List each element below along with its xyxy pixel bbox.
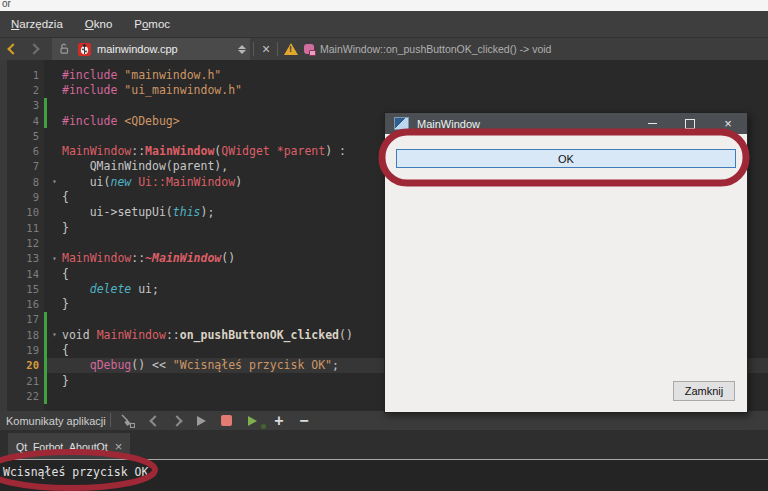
warnings-indicator[interactable] [283, 38, 299, 60]
line-number[interactable]: 6 [7, 145, 44, 157]
minimize-button[interactable] [637, 113, 667, 134]
document-dropdown-button[interactable] [236, 38, 248, 60]
line-number[interactable]: 2 [7, 84, 44, 96]
line-number[interactable]: 7 [7, 160, 44, 172]
menu-item-window[interactable]: Okno [74, 11, 124, 37]
code-token: QMainWindow(parent), [62, 159, 228, 173]
line-number[interactable]: 9 [7, 191, 44, 203]
line-number[interactable]: 13 [7, 252, 44, 264]
code-text: } [62, 297, 69, 311]
line-number[interactable]: 10 [7, 206, 44, 218]
line-number[interactable]: 5 [7, 130, 44, 142]
file-type-bug-icon [77, 38, 91, 60]
mainwindow-dialog: MainWindow × OK Zamknij [384, 112, 748, 413]
code-token: () [339, 328, 353, 342]
code-token: #include [62, 114, 117, 128]
code-line[interactable]: 1#include "mainwindow.h" [7, 67, 768, 82]
minus-icon: − [299, 413, 308, 429]
minimize-pane-button[interactable]: − [296, 411, 312, 430]
change-marker [44, 67, 47, 82]
output-tab[interactable]: Qt_Forbot_AboutQt × [8, 433, 130, 460]
next-item-button[interactable] [170, 411, 184, 430]
open-file-name[interactable]: mainwindow.cpp [97, 38, 178, 60]
fold-marker-icon[interactable]: ▾ [47, 254, 62, 263]
menu-item-tools[interactable]: Narzędzia [0, 11, 74, 37]
line-number[interactable]: 20 [7, 359, 44, 371]
code-text: MainWindow::~MainWindow() [62, 251, 235, 265]
ok-button[interactable]: OK [396, 149, 736, 168]
previous-item-button[interactable] [148, 411, 162, 430]
code-token: MainWindow [97, 328, 166, 342]
stop-button[interactable] [219, 411, 233, 430]
updown-arrows-icon [238, 45, 246, 54]
line-number[interactable]: 4 [7, 115, 44, 127]
line-number[interactable]: 19 [7, 344, 44, 356]
line-number[interactable]: 12 [7, 237, 44, 249]
line-number[interactable]: 8 [7, 176, 44, 188]
line-number[interactable]: 15 [7, 283, 44, 295]
fold-marker-icon[interactable]: ▾ [47, 177, 62, 186]
warning-icon [284, 43, 298, 55]
code-token: ); [200, 205, 214, 219]
navigate-back-button[interactable] [6, 38, 20, 60]
toolbar-separator [110, 413, 111, 427]
change-marker [44, 266, 47, 281]
change-marker [44, 113, 47, 128]
code-token: :: [131, 251, 145, 265]
line-number[interactable]: 1 [7, 69, 44, 81]
code-text: delete ui; [62, 282, 159, 296]
close-document-button[interactable]: × [258, 38, 274, 60]
line-number[interactable]: 11 [7, 222, 44, 234]
chevron-right-icon [171, 415, 182, 426]
file-lock-toggle[interactable] [57, 38, 71, 60]
close-tab-icon[interactable]: × [115, 440, 123, 453]
dialog-titlebar[interactable]: MainWindow × [385, 113, 747, 134]
menu-item-help[interactable]: Pomoc [123, 11, 181, 37]
change-marker [44, 281, 47, 296]
chevron-left-icon [149, 415, 160, 426]
change-marker [44, 342, 47, 357]
maximize-pane-button[interactable]: + [271, 411, 287, 430]
clear-output-button[interactable] [118, 411, 136, 430]
code-text: #include "mainwindow.h" [62, 68, 221, 82]
code-token: on_pushButtonOK_clicked [180, 328, 339, 342]
run-debug-icon [248, 416, 257, 426]
code-token: ) [235, 175, 242, 189]
run-debug-button[interactable] [244, 411, 260, 430]
line-number[interactable]: 22 [7, 390, 44, 402]
line-number[interactable]: 17 [7, 313, 44, 325]
code-token: } [62, 297, 69, 311]
application-output-pane[interactable]: Wcisnąłeś przycisk OK [0, 460, 768, 491]
code-token: void [62, 328, 97, 342]
fold-marker-icon[interactable]: ▾ [47, 330, 62, 339]
code-token: { [62, 267, 69, 281]
code-text: QMainWindow(parent), [62, 159, 228, 173]
code-token [62, 282, 90, 296]
code-line[interactable]: 3 [7, 98, 768, 113]
zamknij-button[interactable]: Zamknij [673, 381, 735, 401]
output-text: Wcisnąłeś przycisk OK [3, 465, 148, 479]
forward-icon [28, 43, 39, 54]
change-marker [44, 373, 47, 388]
change-marker [44, 143, 47, 158]
code-line[interactable]: 2#include "ui_mainwindow.h" [7, 82, 768, 97]
line-number[interactable]: 14 [7, 268, 44, 280]
symbol-selector[interactable]: MainWindow::on_pushButtonOK_clicked() ->… [320, 38, 551, 60]
output-separator-line [0, 459, 768, 460]
app-icon [394, 117, 409, 130]
maximize-button[interactable] [675, 113, 705, 134]
line-number[interactable]: 18 [7, 329, 44, 341]
line-number[interactable]: 3 [7, 99, 44, 111]
close-window-button[interactable]: × [713, 113, 743, 134]
back-icon [7, 43, 18, 54]
code-token: { [62, 190, 69, 204]
run-button[interactable] [194, 411, 208, 430]
navigate-forward-button[interactable] [27, 38, 41, 60]
code-text: { [62, 343, 69, 357]
line-number[interactable]: 16 [7, 298, 44, 310]
line-number[interactable]: 21 [7, 375, 44, 387]
code-token: delete [90, 282, 132, 296]
close-icon: × [724, 117, 732, 130]
qt-creator-window: or NarzędziaOknoPomoc [0, 0, 768, 491]
code-token: this [173, 205, 201, 219]
